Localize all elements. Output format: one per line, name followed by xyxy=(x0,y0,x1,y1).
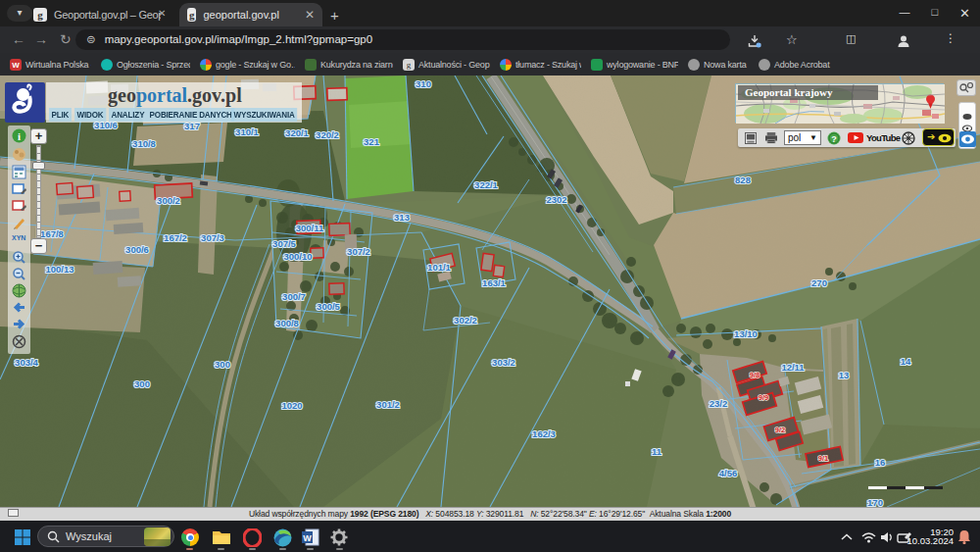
svg-text:300/7: 300/7 xyxy=(282,291,306,302)
svg-text:310/1: 310/1 xyxy=(235,126,259,137)
svg-text:16: 16 xyxy=(875,457,886,468)
svg-text:828: 828 xyxy=(735,175,751,185)
svg-text:1020: 1020 xyxy=(281,400,302,411)
svg-text:162/3: 162/3 xyxy=(532,428,556,439)
svg-text:322/1: 322/1 xyxy=(474,179,498,190)
svg-text:300: 300 xyxy=(134,378,150,389)
svg-text:307/5: 307/5 xyxy=(272,238,296,249)
svg-text:100/13: 100/13 xyxy=(45,264,74,275)
svg-text:167/2: 167/2 xyxy=(164,232,187,243)
svg-text:300/2: 300/2 xyxy=(157,195,180,206)
svg-text:320/1: 320/1 xyxy=(285,127,309,138)
svg-text:9/9: 9/9 xyxy=(759,393,768,402)
svg-text:9/2: 9/2 xyxy=(775,426,785,434)
svg-text:14: 14 xyxy=(901,356,911,367)
svg-text:302/2: 302/2 xyxy=(454,315,477,326)
svg-text:11: 11 xyxy=(652,446,662,457)
svg-text:270: 270 xyxy=(811,277,827,288)
svg-text:13: 13 xyxy=(839,370,850,380)
svg-text:i: i xyxy=(18,130,21,142)
svg-text:170: 170 xyxy=(867,497,883,507)
svg-text:23/2: 23/2 xyxy=(710,398,728,409)
svg-text:9/1: 9/1 xyxy=(818,454,828,463)
svg-text:W: W xyxy=(303,533,312,543)
svg-text:?: ? xyxy=(831,133,837,143)
svg-text:300/6: 300/6 xyxy=(125,244,149,255)
svg-text:320/2: 320/2 xyxy=(316,129,339,140)
svg-text:300: 300 xyxy=(215,359,230,370)
svg-text:307/2: 307/2 xyxy=(347,246,370,257)
svg-text:4/56: 4/56 xyxy=(719,468,738,478)
svg-text:300/5: 300/5 xyxy=(317,301,340,312)
svg-text:300/11: 300/11 xyxy=(296,223,324,233)
svg-text:2302: 2302 xyxy=(546,194,566,205)
svg-text:307/3: 307/3 xyxy=(201,232,224,243)
svg-text:9/8: 9/8 xyxy=(750,371,760,379)
svg-text:301/2: 301/2 xyxy=(376,399,400,410)
svg-text:310/8: 310/8 xyxy=(132,138,156,149)
svg-text:310: 310 xyxy=(416,78,431,89)
svg-text:300/8: 300/8 xyxy=(275,318,299,328)
svg-text:303/4: 303/4 xyxy=(15,357,38,368)
svg-text:12/11: 12/11 xyxy=(781,362,805,373)
svg-text:321: 321 xyxy=(364,136,380,147)
svg-text:303/2: 303/2 xyxy=(492,357,515,368)
svg-text:13/10: 13/10 xyxy=(734,328,758,339)
svg-text:101/1: 101/1 xyxy=(427,262,451,273)
svg-text:313: 313 xyxy=(394,212,410,223)
svg-text:163/1: 163/1 xyxy=(482,277,506,288)
svg-text:300/10: 300/10 xyxy=(283,251,312,262)
